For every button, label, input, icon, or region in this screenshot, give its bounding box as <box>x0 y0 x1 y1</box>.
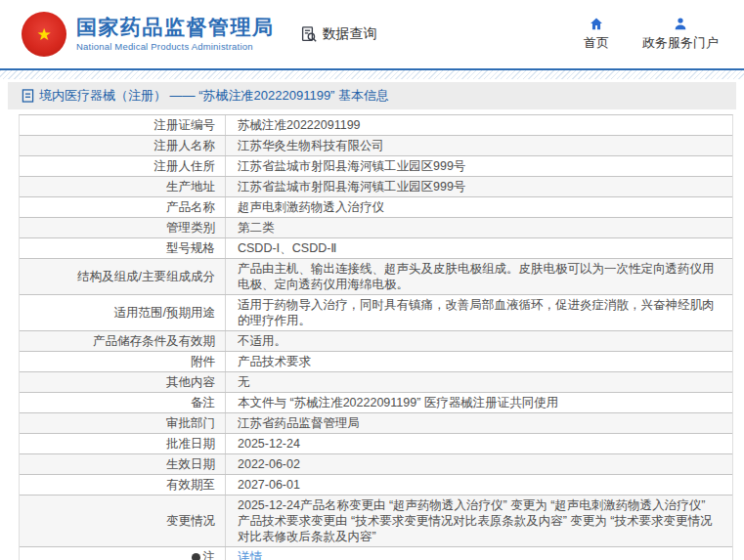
data-query-label: 数据查询 <box>323 25 377 43</box>
row-label: 有效期至 <box>20 475 226 495</box>
row-label: 适用范围/预期用途 <box>20 295 226 330</box>
row-label: 注册人名称 <box>20 136 226 155</box>
table-row: 注册人住所江苏省盐城市射阳县海河镇工业园区999号 <box>20 156 732 177</box>
table-row: 结构及组成/主要组成成分产品由主机、输出连接线、超声头及皮肤电极组成。皮肤电极可… <box>20 259 732 295</box>
row-value: 2027-06-01 <box>226 475 732 495</box>
row-label: 生效日期 <box>20 454 226 474</box>
table-row: 有效期至2027-06-01 <box>20 475 732 495</box>
gov-portal-label: 政务服务门户 <box>642 34 719 52</box>
row-label: 附件 <box>20 352 226 371</box>
table-row: 生产地址江苏省盐城市射阳县海河镇工业园区999号 <box>20 177 732 197</box>
row-label: 批准日期 <box>20 434 226 453</box>
row-label: 产品储存条件及有效期 <box>20 331 226 351</box>
nmpa-logo[interactable]: ★ 国家药品监督管理局 National Medical Products Ad… <box>22 12 275 57</box>
table-row: 注册证编号苏械注准20222091199 <box>20 115 732 136</box>
row-label: 备注 <box>20 393 226 412</box>
org-name: 国家药品监督管理局 <box>76 16 275 39</box>
table-row: 注册人名称江苏华灸生物科技有限公司 <box>20 136 732 156</box>
row-value: 产品由主机、输出连接线、超声头及皮肤电极组成。皮肤电极可以为一次性定向透药仪用电… <box>226 259 732 294</box>
gov-portal-link[interactable]: 政务服务门户 <box>642 17 719 52</box>
row-value: 2025-12-24产品名称变更由 “超声药物透入治疗仪” 变更为 “超声电刺激… <box>226 495 732 546</box>
breadcrumb-text: 境内医疗器械（注册） —— “苏械注准20222091199” 基本信息 <box>39 87 389 105</box>
home-link[interactable]: 首页 <box>584 17 609 52</box>
china-national-emblem-icon: ★ <box>22 12 66 57</box>
home-icon <box>589 17 604 31</box>
registration-info-table: 注册证编号苏械注准20222091199 注册人名称江苏华灸生物科技有限公司 注… <box>19 114 733 560</box>
table-row: 变更情况2025-12-24产品名称变更由 “超声药物透入治疗仪” 变更为 “超… <box>20 495 732 547</box>
row-label: 其他内容 <box>20 372 226 392</box>
hatch-decoration-band <box>0 70 744 79</box>
row-label: 结构及组成/主要组成成分 <box>20 259 226 294</box>
row-label: 审批部门 <box>20 413 226 433</box>
row-value: 江苏省盐城市射阳县海河镇工业园区999号 <box>226 156 732 176</box>
row-value: 适用于药物导入治疗，同时具有镇痛，改善局部血液循环，促进炎症消散，兴奋神经肌肉的… <box>226 295 732 330</box>
row-value: 详情 <box>226 547 732 560</box>
row-value: 江苏华灸生物科技有限公司 <box>226 136 732 155</box>
document-icon <box>22 89 34 103</box>
table-row: 生效日期2022-06-02 <box>20 454 732 475</box>
table-row: 产品名称超声电刺激药物透入治疗仪 <box>20 197 732 218</box>
row-label: 注 <box>20 547 226 560</box>
table-row: 型号规格CSDD-Ⅰ、CSDD-Ⅱ <box>20 238 732 259</box>
table-row: 审批部门江苏省药品监督管理局 <box>20 413 732 434</box>
logo-text: 国家药品监督管理局 National Medical Products Admi… <box>76 16 275 52</box>
row-label: 管理类别 <box>20 218 226 237</box>
table-row: 附件产品技术要求 <box>20 352 732 372</box>
row-value: 不适用。 <box>226 331 732 351</box>
data-query-nav[interactable]: 数据查询 <box>300 25 377 43</box>
row-label: 注册证编号 <box>20 115 226 135</box>
top-header-bar: ★ 国家药品监督管理局 National Medical Products Ad… <box>0 0 744 68</box>
table-row: 管理类别第二类 <box>20 218 732 238</box>
row-value: 苏械注准20222091199 <box>226 115 732 135</box>
table-row: 备注本文件与 “苏械注准20222091199” 医疗器械注册证共同使用 <box>20 393 732 413</box>
document-search-icon <box>300 25 318 43</box>
row-value: 2022-06-02 <box>226 454 732 474</box>
row-label: 变更情况 <box>20 495 226 546</box>
row-label: 生产地址 <box>20 177 226 196</box>
table-row: 其他内容无 <box>20 372 732 393</box>
table-row-note: 注 详情 <box>20 547 732 560</box>
row-value: 超声电刺激药物透入治疗仪 <box>226 197 732 217</box>
row-label: 型号规格 <box>20 238 226 258</box>
breadcrumb: 境内医疗器械（注册） —— “苏械注准20222091199” 基本信息 <box>8 82 736 109</box>
row-value: 2025-12-24 <box>226 434 732 453</box>
home-label: 首页 <box>584 34 609 52</box>
row-label: 产品名称 <box>20 197 226 217</box>
org-name-en: National Medical Products Administration <box>76 42 275 53</box>
row-value: 产品技术要求 <box>226 352 732 371</box>
user-icon <box>673 17 688 31</box>
row-value: 江苏省药品监督管理局 <box>226 413 732 433</box>
row-label: 注册人住所 <box>20 156 226 176</box>
row-value: CSDD-Ⅰ、CSDD-Ⅱ <box>226 238 732 258</box>
table-row: 适用范围/预期用途适用于药物导入治疗，同时具有镇痛，改善局部血液循环，促进炎症消… <box>20 295 732 331</box>
row-value: 无 <box>226 372 732 392</box>
table-row: 批准日期2025-12-24 <box>20 434 732 454</box>
table-row: 产品储存条件及有效期不适用。 <box>20 331 732 352</box>
header-links: 首页 政务服务门户 <box>584 17 719 52</box>
details-link[interactable]: 详情 <box>238 549 262 560</box>
row-value: 本文件与 “苏械注准20222091199” 医疗器械注册证共同使用 <box>226 393 732 412</box>
note-dot-icon <box>192 553 200 560</box>
row-value: 第二类 <box>226 218 732 237</box>
row-value: 江苏省盐城市射阳县海河镇工业园区999号 <box>226 177 732 196</box>
